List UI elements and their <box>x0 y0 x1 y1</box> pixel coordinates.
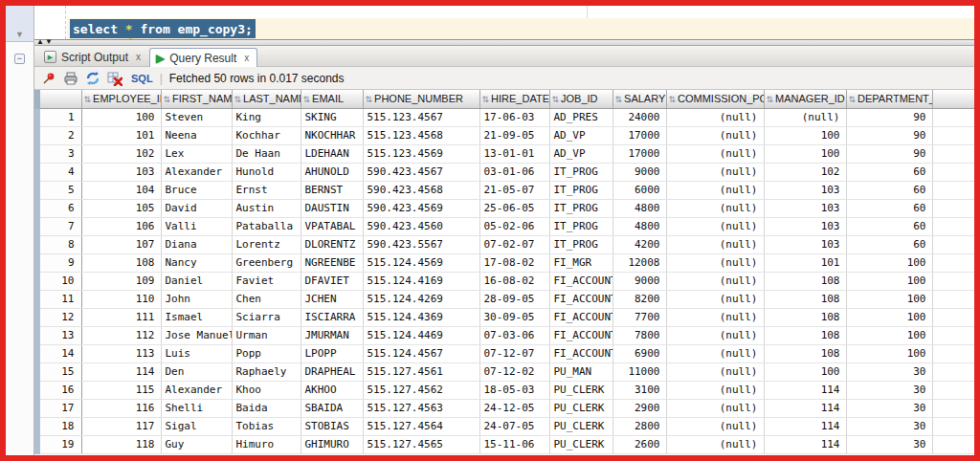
cell-phone_number[interactable]: 590.423.4569 <box>363 199 479 217</box>
pin-icon[interactable] <box>41 71 56 86</box>
cell-hire_date[interactable]: 18-05-03 <box>479 381 549 399</box>
cell-hire_date[interactable]: 21-05-07 <box>479 181 549 199</box>
cell-hire_date[interactable]: 07-03-06 <box>479 326 549 344</box>
rail-scroll-area[interactable]: ▼ <box>6 6 33 42</box>
cell-job_id[interactable]: IT_PROG <box>549 217 612 235</box>
cell-hire_date[interactable]: 03-01-06 <box>479 163 549 181</box>
cell-hire_date[interactable]: 17-08-02 <box>479 253 549 272</box>
cell-commission_pct[interactable]: (null) <box>666 163 764 181</box>
cell-department_id[interactable]: 100 <box>846 253 932 272</box>
cell-last_name[interactable]: Khoo <box>232 381 301 399</box>
cell-email[interactable]: GHIMURO <box>301 435 363 453</box>
cell-manager_id[interactable]: 100 <box>764 362 846 381</box>
cell-email[interactable]: ISCIARRA <box>301 308 363 326</box>
cell-phone_number[interactable]: 515.124.4269 <box>363 290 479 308</box>
cell-last_name[interactable]: Ernst <box>232 181 301 199</box>
cell-salary[interactable]: 8200 <box>612 290 666 308</box>
cell-last_name[interactable]: Kochhar <box>232 126 301 144</box>
pane-splitter[interactable]: ▲▼ <box>34 40 974 46</box>
cell-manager_id[interactable]: 101 <box>764 253 846 272</box>
cell-email[interactable]: SBAIDA <box>301 399 363 417</box>
cell-department_id[interactable]: 30 <box>846 417 932 435</box>
cell-last_name[interactable]: Lorentz <box>232 235 301 253</box>
cell-first_name[interactable]: Steven <box>161 108 232 126</box>
close-icon[interactable]: x <box>136 53 141 62</box>
cell-employee_id[interactable]: 109 <box>81 272 161 290</box>
cell-manager_id[interactable]: 114 <box>764 417 846 435</box>
cell-last_name[interactable]: Greenberg <box>232 253 301 272</box>
cell-department_id[interactable]: 90 <box>846 108 932 126</box>
cell-salary[interactable]: 12008 <box>612 253 666 272</box>
row-number-cell[interactable]: 2 <box>37 126 81 144</box>
cell-commission_pct[interactable]: (null) <box>666 235 764 253</box>
cell-last_name[interactable]: Raphaely <box>232 362 301 381</box>
cell-salary[interactable]: 7700 <box>612 308 666 326</box>
cell-employee_id[interactable]: 113 <box>81 344 161 362</box>
cell-job_id[interactable]: IT_PROG <box>549 181 612 199</box>
cell-email[interactable]: AHUNOLD <box>301 163 363 181</box>
cell-manager_id[interactable]: 108 <box>764 326 846 344</box>
cell-first_name[interactable]: Neena <box>161 126 232 144</box>
cell-last_name[interactable]: Chen <box>232 290 301 308</box>
cell-phone_number[interactable]: 515.127.4565 <box>363 435 479 453</box>
cell-job_id[interactable]: FI_ACCOUNT <box>549 308 612 326</box>
cell-job_id[interactable]: IT_PROG <box>549 199 612 217</box>
row-number-cell[interactable]: 17 <box>37 399 81 417</box>
collapse-icon[interactable]: − <box>14 54 25 64</box>
cell-phone_number[interactable]: 590.423.5567 <box>363 235 479 253</box>
cell-commission_pct[interactable]: (null) <box>666 417 764 435</box>
row-number-cell[interactable]: 12 <box>37 308 81 326</box>
cell-hire_date[interactable]: 16-08-02 <box>479 272 549 290</box>
cell-commission_pct[interactable]: (null) <box>666 308 764 326</box>
cell-salary[interactable]: 2900 <box>612 399 666 417</box>
cell-first_name[interactable]: Bruce <box>161 181 232 199</box>
row-number-cell[interactable]: 14 <box>37 344 81 362</box>
cell-manager_id[interactable]: 100 <box>764 126 846 144</box>
cell-manager_id[interactable]: 108 <box>764 308 846 326</box>
row-number-cell[interactable]: 9 <box>37 253 81 272</box>
cell-commission_pct[interactable]: (null) <box>666 326 764 344</box>
row-number-cell[interactable]: 8 <box>37 235 81 253</box>
cell-commission_pct[interactable]: (null) <box>666 181 764 199</box>
cell-employee_id[interactable]: 114 <box>81 362 161 381</box>
sql-statement[interactable]: select * from emp_copy3; <box>70 19 256 38</box>
cell-first_name[interactable]: Nancy <box>161 253 232 272</box>
cell-employee_id[interactable]: 104 <box>81 181 161 199</box>
cell-first_name[interactable]: John <box>161 290 232 308</box>
cell-commission_pct[interactable]: (null) <box>666 272 764 290</box>
cell-manager_id[interactable]: 108 <box>764 344 846 362</box>
cell-job_id[interactable]: PU_CLERK <box>549 417 612 435</box>
cell-last_name[interactable]: King <box>232 108 301 126</box>
cell-phone_number[interactable]: 515.127.4563 <box>363 399 479 417</box>
cell-manager_id[interactable]: 114 <box>764 435 846 453</box>
cell-hire_date[interactable]: 24-07-05 <box>479 417 549 435</box>
cell-job_id[interactable]: FI_ACCOUNT <box>549 326 612 344</box>
column-header-employee_id[interactable]: ⇅EMPLOYEE_ID <box>81 90 161 108</box>
splitter-arrows-icon[interactable]: ▲▼ <box>36 38 54 46</box>
cell-employee_id[interactable]: 105 <box>81 199 161 217</box>
cell-commission_pct[interactable]: (null) <box>666 435 764 453</box>
cell-job_id[interactable]: AD_VP <box>549 144 612 163</box>
cell-manager_id[interactable]: 114 <box>764 381 846 399</box>
cell-manager_id[interactable]: (null) <box>764 108 846 126</box>
cell-phone_number[interactable]: 590.423.4567 <box>363 163 479 181</box>
cell-phone_number[interactable]: 515.124.4169 <box>363 272 479 290</box>
row-number-cell[interactable]: 6 <box>37 199 81 217</box>
cell-first_name[interactable]: David <box>161 199 232 217</box>
cell-employee_id[interactable]: 108 <box>81 253 161 272</box>
column-header-manager_id[interactable]: ⇅MANAGER_ID <box>764 90 846 108</box>
cell-phone_number[interactable]: 515.123.4567 <box>363 108 479 126</box>
cell-employee_id[interactable]: 118 <box>81 435 161 453</box>
cell-email[interactable]: LPOPP <box>301 344 363 362</box>
cell-phone_number[interactable]: 515.124.4567 <box>363 344 479 362</box>
cell-salary[interactable]: 7800 <box>612 326 666 344</box>
cell-last_name[interactable]: Urman <box>232 326 301 344</box>
cell-first_name[interactable]: Daniel <box>161 272 232 290</box>
cell-job_id[interactable]: FI_ACCOUNT <box>549 272 612 290</box>
cell-hire_date[interactable]: 07-12-02 <box>479 362 549 381</box>
cell-first_name[interactable]: Shelli <box>161 399 232 417</box>
cell-phone_number[interactable]: 515.123.4568 <box>363 126 479 144</box>
column-header-job_id[interactable]: ⇅JOB_ID <box>549 90 612 108</box>
cell-commission_pct[interactable]: (null) <box>666 381 764 399</box>
cell-first_name[interactable]: Ismael <box>161 308 232 326</box>
